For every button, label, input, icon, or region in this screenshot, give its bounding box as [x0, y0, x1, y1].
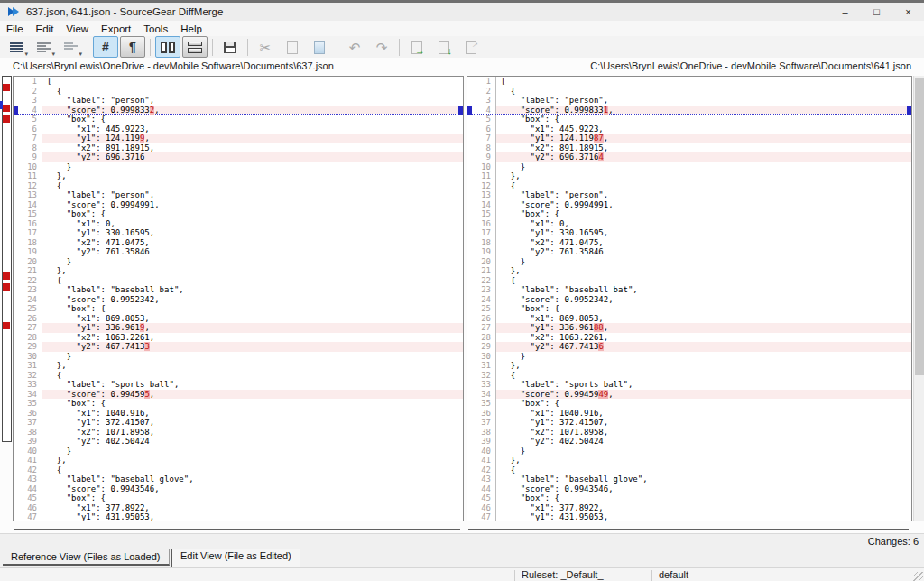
code-line[interactable]: 3 "label": "person", [14, 96, 463, 106]
code-line[interactable]: 22 { [467, 276, 911, 286]
code-line[interactable]: 17 "y1": 330.16595, [467, 228, 911, 238]
code-line-changed[interactable]: 27 "y1": 336.9619, [14, 323, 463, 333]
code-line[interactable]: 41 }, [14, 456, 463, 466]
change-overview-strip[interactable] [0, 76, 13, 532]
code-line[interactable]: 47 "y1": 431.95053, [14, 512, 463, 521]
code-line[interactable]: 33 "label": "sports ball", [14, 380, 463, 390]
code-line[interactable]: 20 } [467, 257, 911, 267]
left-horizontal-scrollbar[interactable] [14, 529, 460, 530]
code-line[interactable]: 25 "box": { [14, 304, 463, 314]
redo-button[interactable]: ↷ [369, 36, 394, 58]
code-line[interactable]: 1[ [467, 77, 911, 87]
left-file-panel[interactable]: 1[2 {3 "label": "person",4 "score": 0.99… [13, 76, 464, 521]
menu-file[interactable]: File [0, 23, 30, 35]
line-numbers-toggle[interactable]: # [93, 36, 118, 58]
code-line[interactable]: 24 "score": 0.9952342, [467, 295, 911, 305]
code-line[interactable]: 6 "x1": 445.9223, [14, 124, 463, 134]
show-context-button[interactable]: ▾ [31, 36, 56, 58]
code-line[interactable]: 17 "y1": 330.16595, [14, 228, 463, 238]
code-line[interactable]: 37 "y1": 372.41507, [14, 418, 463, 428]
code-line[interactable]: 19 "y2": 761.35846 [14, 247, 463, 257]
right-file-panel[interactable]: 1[2 {3 "label": "person",4 "score": 0.99… [467, 76, 912, 521]
menu-help[interactable]: Help [174, 23, 208, 35]
code-line[interactable]: 23 "label": "baseball bat", [14, 285, 463, 295]
code-line[interactable]: 42 { [14, 466, 463, 475]
code-line[interactable]: 10 } [14, 162, 463, 172]
vertical-split-button[interactable] [155, 36, 180, 58]
close-button[interactable]: × [892, 3, 924, 21]
code-line[interactable]: 30 } [467, 352, 911, 362]
change-mark[interactable] [3, 322, 10, 329]
code-line[interactable]: 21 }, [467, 266, 911, 276]
show-whitespace-toggle[interactable]: ¶ [120, 36, 145, 58]
code-line[interactable]: 40 } [467, 447, 911, 456]
code-line[interactable]: 28 "x2": 1063.2261, [14, 333, 463, 343]
code-line[interactable]: 18 "x2": 471.0475, [467, 238, 911, 248]
code-line[interactable]: 28 "x2": 1063.2261, [467, 333, 911, 343]
code-line[interactable]: 39 "y2": 402.50424 [14, 437, 463, 447]
code-line[interactable]: 38 "x2": 1071.8958, [467, 428, 911, 438]
code-line[interactable]: 2 { [14, 87, 463, 97]
code-line[interactable]: 35 "box": { [14, 399, 463, 409]
code-line[interactable]: 47 "y1": 431.95053, [467, 512, 911, 521]
code-line-changed[interactable]: 27 "y1": 336.96188, [467, 323, 911, 333]
change-mark[interactable] [3, 115, 10, 123]
code-line[interactable]: 18 "x2": 471.0475, [14, 238, 463, 248]
change-mark[interactable] [3, 283, 10, 290]
code-line-selected[interactable]: 4 "score": 0.9998332, [14, 106, 463, 115]
code-line[interactable]: 31 }, [14, 361, 463, 371]
change-mark[interactable] [3, 272, 10, 280]
paste-button[interactable] [307, 36, 332, 58]
code-line[interactable]: 6 "x1": 445.9223, [467, 124, 911, 134]
horizontal-split-button[interactable] [182, 36, 208, 58]
vertical-scrollbar-thumb[interactable] [915, 78, 924, 375]
code-line[interactable]: 36 "x1": 1040.916, [467, 409, 911, 419]
undo-button[interactable]: ↶ [342, 36, 367, 58]
menu-tools[interactable]: Tools [137, 23, 174, 35]
code-line[interactable]: 16 "x1": 0, [467, 219, 911, 229]
code-line[interactable]: 16 "x1": 0, [14, 219, 463, 229]
code-line[interactable]: 2 { [467, 87, 911, 97]
code-line-changed[interactable]: 34 "score": 0.994595, [14, 390, 463, 400]
code-line-changed[interactable]: 7 "y1": 124.1199, [14, 134, 463, 143]
change-mark[interactable] [3, 84, 10, 91]
tab-reference-view[interactable]: Reference View (Files as Loaded) [3, 549, 170, 566]
code-line[interactable]: 33 "label": "sports ball", [467, 380, 911, 390]
code-line[interactable]: 12 { [467, 181, 911, 191]
code-line[interactable]: 13 "label": "person", [467, 190, 911, 200]
code-line[interactable]: 36 "x1": 1040.916, [14, 409, 463, 419]
code-line[interactable]: 39 "y2": 402.50424 [467, 437, 911, 447]
copy-button[interactable] [280, 36, 305, 58]
show-diffs-only-button[interactable]: ▾ [58, 36, 83, 58]
code-line-changed[interactable]: 29 "y2": 467.74136 [467, 342, 911, 352]
code-line[interactable]: 22 { [14, 276, 463, 286]
code-line[interactable]: 35 "box": { [467, 399, 911, 409]
code-line[interactable]: 42 { [467, 466, 911, 475]
code-line[interactable]: 11 }, [467, 171, 911, 181]
apply-change-up-button[interactable]: → [458, 36, 484, 58]
code-line[interactable]: 3 "label": "person", [467, 96, 911, 106]
code-line[interactable]: 8 "x2": 891.18915, [467, 143, 911, 153]
apply-change-down-button[interactable]: ↓ [431, 36, 457, 58]
save-button[interactable] [217, 36, 243, 58]
resize-grip[interactable] [913, 572, 923, 581]
code-line[interactable]: 44 "score": 0.9943546, [467, 484, 911, 494]
apply-change-right-button[interactable]: → [404, 36, 430, 58]
change-mark[interactable] [3, 105, 10, 112]
code-line[interactable]: 13 "label": "person", [14, 190, 463, 200]
code-line[interactable]: 26 "x1": 869.8053, [467, 314, 911, 324]
code-line[interactable]: 24 "score": 0.9952342, [14, 295, 463, 305]
code-line[interactable]: 40 } [14, 447, 463, 456]
code-line-selected[interactable]: 4 "score": 0.9998331, [467, 106, 911, 115]
menu-export[interactable]: Export [95, 23, 137, 35]
code-line-changed[interactable]: 29 "y2": 467.74133 [14, 342, 463, 352]
code-line-changed[interactable]: 9 "y2": 696.37164 [467, 152, 911, 162]
code-line[interactable]: 44 "score": 0.9943546, [14, 484, 463, 494]
code-line[interactable]: 19 "y2": 761.35846 [467, 247, 911, 257]
code-line[interactable]: 23 "label": "baseball bat", [467, 285, 911, 295]
code-line[interactable]: 43 "label": "baseball glove", [14, 475, 463, 484]
code-line[interactable]: 32 { [467, 371, 911, 381]
code-line[interactable]: 12 { [14, 181, 463, 191]
code-line[interactable]: 11 }, [14, 171, 463, 181]
code-line-changed[interactable]: 34 "score": 0.9945949, [467, 390, 911, 400]
